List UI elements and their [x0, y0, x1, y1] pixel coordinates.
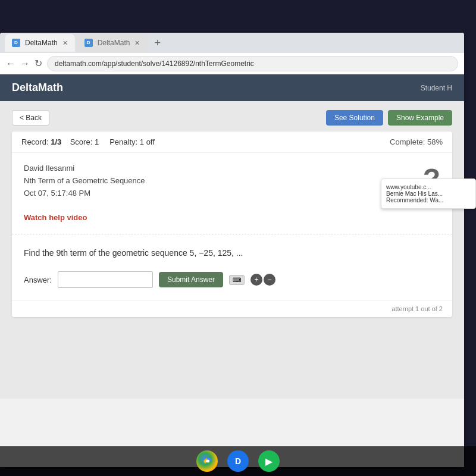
score-label: Score: — [70, 137, 93, 146]
zoom-in-button[interactable]: + — [250, 274, 262, 286]
keyboard-icon[interactable]: ⌨ — [229, 275, 245, 285]
complete-info: Complete: 58% — [390, 137, 443, 146]
tab-deltamath-active[interactable]: D DeltaMath ✕ — [5, 34, 75, 52]
attempt-info: attempt 1 out of 2 — [12, 300, 452, 317]
penalty-value: 1 off — [140, 137, 155, 146]
answer-section: Answer: Submit Answer ⌨ + − — [12, 265, 452, 300]
record-value: 1/3 — [51, 137, 61, 146]
answer-input[interactable] — [58, 271, 153, 288]
tab-close-inactive[interactable]: ✕ — [134, 39, 140, 47]
record-text: Record: 1/3 Score: 1 Penalty: 1 off — [21, 137, 155, 146]
chrome-icon[interactable] — [196, 450, 218, 472]
new-tab-button[interactable]: + — [149, 37, 165, 49]
address-bar: ← → ↻ — [0, 53, 464, 74]
answer-label: Answer: — [24, 275, 52, 284]
back-button[interactable]: < Back — [12, 110, 49, 126]
app-title: DeltaMath — [12, 82, 63, 94]
complete-label: Complete: — [390, 137, 425, 146]
zoom-out-button[interactable]: − — [264, 274, 275, 286]
url-field[interactable] — [47, 56, 458, 71]
tab-deltamath-inactive[interactable]: D DeltaMath ✕ — [77, 34, 148, 52]
notification-subtitle: Recommended: Wa... — [386, 197, 471, 203]
tab-favicon-active: D — [12, 39, 20, 47]
tab-close-active[interactable]: ✕ — [62, 39, 68, 47]
refresh-button[interactable]: ↻ — [35, 58, 42, 69]
penalty-label: Penalty: — [109, 137, 137, 146]
back-nav-button[interactable]: ← — [6, 58, 15, 69]
content-area: < Back See Solution Show Example Record:… — [0, 101, 464, 399]
forward-nav-button[interactable]: → — [20, 58, 30, 69]
show-example-button[interactable]: Show Example — [388, 110, 452, 126]
play-icon[interactable]: ▶ — [258, 450, 280, 472]
tab-favicon-inactive: D — [84, 39, 93, 47]
student-topic: Nth Term of a Geometric Sequence — [24, 175, 145, 187]
notification-title: Bernie Mac His Las... — [386, 190, 471, 197]
app-header: DeltaMath Student H — [0, 74, 464, 101]
notification-url: www.youtube.c... — [386, 184, 471, 190]
problem-card: Record: 1/3 Score: 1 Penalty: 1 off Comp… — [12, 131, 452, 317]
problem-statement: Find the 9th term of the geometric seque… — [12, 234, 452, 265]
record-label: Record: — [21, 137, 49, 146]
score-value: 1 — [95, 137, 99, 146]
tab-label-inactive: DeltaMath — [98, 39, 130, 47]
complete-value: 58% — [427, 137, 443, 146]
tab-label-active: DeltaMath — [25, 39, 58, 47]
zoom-controls: + − — [250, 274, 275, 286]
action-buttons: See Solution Show Example — [326, 110, 452, 126]
student-date: Oct 07, 5:17:48 PM — [24, 187, 145, 200]
student-details: David Ilesanmi Nth Term of a Geometric S… — [24, 162, 145, 224]
record-info: Record: 1/3 Score: 1 Penalty: 1 off — [21, 137, 155, 146]
side-notification: www.youtube.c... Bernie Mac His Las... R… — [381, 178, 476, 209]
docs-icon[interactable]: D — [227, 450, 249, 472]
taskbar: D ▶ — [0, 446, 476, 476]
see-solution-button[interactable]: See Solution — [326, 110, 383, 126]
student-name: David Ilesanmi — [24, 162, 145, 175]
tab-bar: D DeltaMath ✕ D DeltaMath ✕ + — [0, 33, 464, 53]
watch-help-link[interactable]: Watch help video — [24, 213, 87, 222]
record-bar: Record: 1/3 Score: 1 Penalty: 1 off Comp… — [12, 131, 452, 153]
submit-answer-button[interactable]: Submit Answer — [159, 272, 223, 287]
header-student-label: Student H — [421, 84, 452, 92]
